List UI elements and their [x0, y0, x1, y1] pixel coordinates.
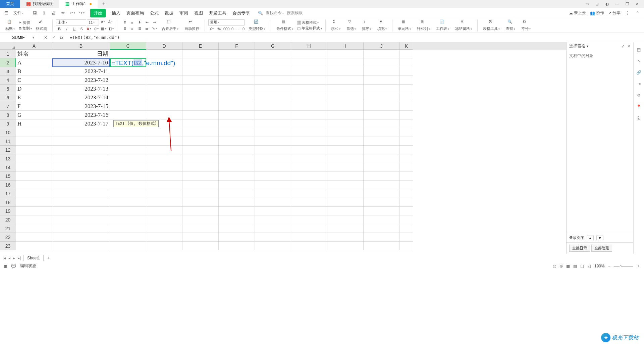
cell-G11[interactable]: [255, 137, 291, 146]
cell-E11[interactable]: [182, 137, 219, 146]
rowcol-button[interactable]: ⊞行和列: [415, 19, 432, 31]
paste-button[interactable]: 📋粘贴: [3, 19, 17, 31]
cell-J1[interactable]: [364, 50, 400, 58]
cell-F9[interactable]: [219, 119, 255, 128]
cell-H7[interactable]: [291, 102, 327, 111]
ribbon-tab-view[interactable]: 视图: [194, 9, 203, 17]
cell-D6[interactable]: [146, 93, 182, 102]
maximize-button[interactable]: ❐: [624, 1, 631, 7]
format-painter-button[interactable]: 🖌格式刷: [34, 19, 49, 31]
zoom-slider[interactable]: ──○────: [614, 264, 633, 268]
cell-A10[interactable]: [16, 128, 52, 137]
cell-I6[interactable]: [327, 93, 364, 102]
cell-J13[interactable]: [364, 154, 400, 163]
cell-D5[interactable]: [146, 85, 182, 93]
cell-B9[interactable]: 2023-7-17: [52, 119, 110, 128]
cell-F19[interactable]: [219, 207, 255, 215]
undo-button[interactable]: ↶: [69, 10, 75, 16]
cell-B16[interactable]: [52, 181, 110, 189]
cell-J10[interactable]: [364, 128, 400, 137]
cell-C13[interactable]: [110, 154, 146, 163]
status-comment-icon[interactable]: 💬: [11, 264, 16, 268]
table-tools-button[interactable]: 🛠表格工具: [481, 19, 502, 31]
cell-K19[interactable]: [400, 207, 413, 215]
cell-E5[interactable]: [182, 85, 219, 93]
pane-pin-icon[interactable]: ⤢: [621, 44, 625, 49]
cell-H10[interactable]: [291, 128, 327, 137]
row-header-22[interactable]: 22: [0, 233, 16, 242]
cell-G2[interactable]: [255, 58, 291, 67]
highlight-button[interactable]: ◧: [108, 26, 114, 32]
cell-B18[interactable]: [52, 198, 110, 207]
zoom-level[interactable]: 190%: [594, 264, 605, 268]
cell-J21[interactable]: [364, 224, 400, 233]
percent-button[interactable]: %: [216, 26, 222, 32]
sheet-add-button[interactable]: ＋: [46, 255, 51, 261]
cell-A1[interactable]: 姓名: [16, 50, 52, 58]
row-header-6[interactable]: 6: [0, 93, 16, 102]
row-header-7[interactable]: 7: [0, 102, 16, 111]
cell-I7[interactable]: [327, 102, 364, 111]
cell-A12[interactable]: [16, 146, 52, 154]
cell-C21[interactable]: [110, 224, 146, 233]
cell-C2[interactable]: =TEXT(B2,"e.mm.dd"): [110, 58, 146, 67]
move-down-button[interactable]: ▼: [596, 236, 603, 240]
cell-H11[interactable]: [291, 137, 327, 146]
cell-A8[interactable]: G: [16, 111, 52, 119]
fx-button[interactable]: fx: [59, 35, 64, 40]
view-reader-icon[interactable]: ◰: [587, 264, 591, 268]
cell-I21[interactable]: [327, 224, 364, 233]
row-header-8[interactable]: 8: [0, 111, 16, 119]
cell-A3[interactable]: B: [16, 67, 52, 76]
cell-H6[interactable]: [291, 93, 327, 102]
cell-G4[interactable]: [255, 76, 291, 85]
cell-K6[interactable]: [400, 93, 413, 102]
cell-H2[interactable]: [291, 58, 327, 67]
cell-D4[interactable]: [146, 76, 182, 85]
cell-A11[interactable]: [16, 137, 52, 146]
cell-E23[interactable]: [182, 242, 219, 250]
cell-J17[interactable]: [364, 189, 400, 198]
cell-B20[interactable]: [52, 215, 110, 224]
row-header-4[interactable]: 4: [0, 76, 16, 85]
cell-F2[interactable]: [219, 58, 255, 67]
border-button[interactable]: ▦: [100, 26, 107, 32]
cell-B8[interactable]: 2023-7-16: [52, 111, 110, 119]
rail-export-icon[interactable]: ⇥: [636, 81, 642, 87]
cell-H1[interactable]: [291, 50, 327, 58]
redo-button[interactable]: ↷: [79, 10, 85, 16]
cell-K23[interactable]: [400, 242, 413, 250]
sheet-nav-next[interactable]: ▸: [13, 256, 15, 260]
cell-E15[interactable]: [182, 172, 219, 181]
cell-G12[interactable]: [255, 146, 291, 154]
sort-button[interactable]: ↕排序: [360, 19, 373, 31]
cell-J3[interactable]: [364, 67, 400, 76]
cell-J7[interactable]: [364, 102, 400, 111]
spreadsheet-grid[interactable]: ABCDEFGHIJK TEXT (值, 数值格式) 1姓名日期2A2023-7…: [0, 42, 566, 254]
cell-K20[interactable]: [400, 215, 413, 224]
row-header-18[interactable]: 18: [0, 198, 16, 207]
cell-B15[interactable]: [52, 172, 110, 181]
strike-button[interactable]: S: [78, 26, 85, 32]
cell-C7[interactable]: [110, 102, 146, 111]
cell-A5[interactable]: D: [16, 85, 52, 93]
avatar-icon[interactable]: ◐: [604, 1, 610, 7]
cell-A13[interactable]: [16, 154, 52, 163]
cell-D13[interactable]: [146, 154, 182, 163]
cell-C11[interactable]: [110, 137, 146, 146]
cell-D21[interactable]: [146, 224, 182, 233]
cell-I10[interactable]: [327, 128, 364, 137]
pane-close-icon[interactable]: ✕: [627, 44, 631, 49]
find-button[interactable]: 🔍查找: [504, 19, 517, 31]
search-template-input[interactable]: 搜索模板: [287, 10, 303, 16]
accept-formula-button[interactable]: ✓: [51, 35, 56, 40]
cell-K2[interactable]: [400, 58, 413, 67]
col-header-I[interactable]: I: [327, 42, 364, 50]
cell-J4[interactable]: [364, 76, 400, 85]
ribbon-tab-dev[interactable]: 开发工具: [209, 9, 226, 17]
cell-K21[interactable]: [400, 224, 413, 233]
cell-K17[interactable]: [400, 189, 413, 198]
cell-F3[interactable]: [219, 67, 255, 76]
copy-button[interactable]: ⧉ 复制: [19, 26, 32, 31]
cell-G3[interactable]: [255, 67, 291, 76]
